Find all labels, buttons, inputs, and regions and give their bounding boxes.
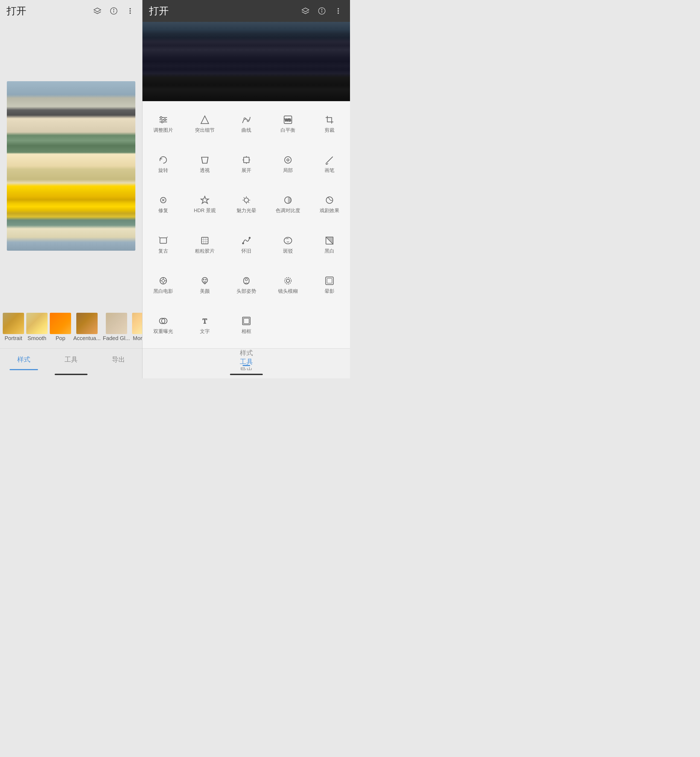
filter-thumb-pop <box>50 313 71 334</box>
tool-mottled[interactable]: 斑驳 <box>267 225 309 265</box>
right-tab-style-label: 样式 <box>240 348 253 357</box>
right-title: 打开 <box>149 5 300 18</box>
tool-curves[interactable]: 曲线 <box>226 104 267 144</box>
svg-point-39 <box>244 198 248 202</box>
svg-point-4 <box>130 8 131 9</box>
tools-grid: 调整图片 突出细节 曲线 WB 白平衡 剪裁 旋转 透视 展开 <box>142 101 350 348</box>
svg-marker-20 <box>201 116 209 123</box>
tool-brush-label: 画笔 <box>325 167 334 173</box>
tool-hdr[interactable]: HDR 景观 <box>184 184 226 225</box>
tool-drama[interactable]: 戏剧效果 <box>309 184 350 225</box>
tool-expand[interactable]: 展开 <box>226 144 267 184</box>
layers-icon[interactable] <box>92 5 103 16</box>
left-tab-export-label: 导出 <box>112 355 125 364</box>
right-tab-tools[interactable]: 工具 <box>240 357 253 366</box>
svg-point-34 <box>287 159 289 161</box>
svg-point-70 <box>284 278 291 284</box>
tool-crop[interactable]: 剪裁 <box>309 104 350 144</box>
svg-point-6 <box>130 12 131 14</box>
svg-point-17 <box>160 117 162 119</box>
svg-line-44 <box>244 197 244 198</box>
filter-label-portrait: Portrait <box>5 335 22 342</box>
tool-frame[interactable]: 相框 <box>226 305 267 346</box>
left-home-bar <box>55 374 88 375</box>
tool-adjust-label: 调整图片 <box>153 127 173 133</box>
tool-tonal[interactable]: 色调对比度 <box>267 184 309 225</box>
tool-rotate[interactable]: 旋转 <box>142 144 184 184</box>
right-more-icon[interactable] <box>333 5 344 16</box>
svg-point-18 <box>164 119 166 120</box>
left-title: 打开 <box>6 5 92 18</box>
svg-point-12 <box>338 10 339 12</box>
tool-grain-label: 粗粒胶片 <box>195 248 215 254</box>
svg-rect-78 <box>244 318 249 324</box>
filter-smooth[interactable]: Smooth <box>26 313 48 342</box>
tool-pose-label: 头部姿势 <box>236 288 256 295</box>
tool-wb-label: 白平衡 <box>281 127 295 133</box>
svg-text:T: T <box>203 317 207 325</box>
tool-vintage-label: 复古 <box>158 248 168 254</box>
tool-vintage[interactable]: 复古 <box>142 225 184 265</box>
tool-text[interactable]: T 文字 <box>184 305 226 346</box>
tool-nostalgia-label: 怀旧 <box>241 248 251 254</box>
tool-pose[interactable]: 头部姿势 <box>226 265 267 305</box>
tool-bw-movie[interactable]: 黑白电影 <box>142 265 184 305</box>
filter-label-faded: Faded Gl... <box>103 335 130 342</box>
svg-line-45 <box>248 202 249 203</box>
right-header-icons <box>300 5 344 16</box>
left-header: 打开 <box>0 0 142 22</box>
info-icon[interactable] <box>108 5 119 16</box>
svg-point-67 <box>206 279 206 280</box>
filter-thumb-portrait <box>3 313 24 334</box>
filter-portrait[interactable]: Portrait <box>3 313 24 342</box>
left-main-image-area <box>0 22 142 310</box>
tool-local[interactable]: 局部 <box>267 144 309 184</box>
tool-beauty[interactable]: 美颜 <box>184 265 226 305</box>
tool-curves-label: 曲线 <box>241 127 251 133</box>
svg-line-49 <box>159 237 160 238</box>
right-layers-icon[interactable] <box>300 5 311 16</box>
svg-point-21 <box>244 118 245 119</box>
svg-rect-51 <box>202 237 208 244</box>
right-info-icon[interactable] <box>316 5 327 16</box>
tool-double-exposure-label: 双重曝光 <box>153 328 173 335</box>
svg-marker-38 <box>201 196 209 203</box>
tool-brush[interactable]: 画笔 <box>309 144 350 184</box>
tool-nostalgia[interactable]: 怀旧 <box>226 225 267 265</box>
tool-grain[interactable]: 粗粒胶片 <box>184 225 226 265</box>
svg-point-60 <box>162 279 165 282</box>
svg-point-33 <box>284 157 291 163</box>
tool-rotate-label: 旋转 <box>158 167 168 173</box>
main-photo <box>7 81 135 251</box>
tool-vignette-label: 晕影 <box>325 288 334 295</box>
svg-point-10 <box>322 9 322 9</box>
left-bottom-tabs: 样式 工具 导出 <box>0 348 142 370</box>
filter-strip: Portrait Smooth Pop Accentua... Faded Gl… <box>0 310 142 348</box>
tool-perspective[interactable]: 透视 <box>184 144 226 184</box>
svg-rect-73 <box>327 278 332 283</box>
left-header-icons <box>92 5 136 16</box>
tool-glamour[interactable]: 魅力光晕 <box>226 184 267 225</box>
tool-vignette[interactable]: 晕影 <box>309 265 350 305</box>
filter-accentuate[interactable]: Accentua... <box>73 313 101 342</box>
left-tab-tools[interactable]: 工具 <box>47 348 95 370</box>
tool-perspective-label: 透视 <box>200 167 210 173</box>
right-panel: 打开 <box>142 0 350 378</box>
tool-lens-blur[interactable]: 镜头模糊 <box>267 265 309 305</box>
tool-mottled-label: 斑驳 <box>283 248 293 254</box>
left-tab-export[interactable]: 导出 <box>95 348 142 370</box>
filter-faded[interactable]: Faded Gl... <box>103 313 130 342</box>
left-tab-style[interactable]: 样式 <box>0 348 47 370</box>
tool-wb[interactable]: WB 白平衡 <box>267 104 309 144</box>
left-tab-style-indicator <box>9 369 38 370</box>
tool-heal[interactable]: 修复 <box>142 184 184 225</box>
filter-morning[interactable]: Morning <box>132 313 142 342</box>
right-bottom-tabs: 样式 工具 导出 <box>142 348 350 370</box>
tool-bw[interactable]: 黑白 <box>309 225 350 265</box>
right-tab-style[interactable]: 样式 <box>240 348 253 357</box>
tool-double-exposure[interactable]: 双重曝光 <box>142 305 184 346</box>
tool-adjust[interactable]: 调整图片 <box>142 104 184 144</box>
tool-detail[interactable]: 突出细节 <box>184 104 226 144</box>
filter-pop[interactable]: Pop <box>50 313 71 342</box>
more-icon[interactable] <box>125 5 136 16</box>
